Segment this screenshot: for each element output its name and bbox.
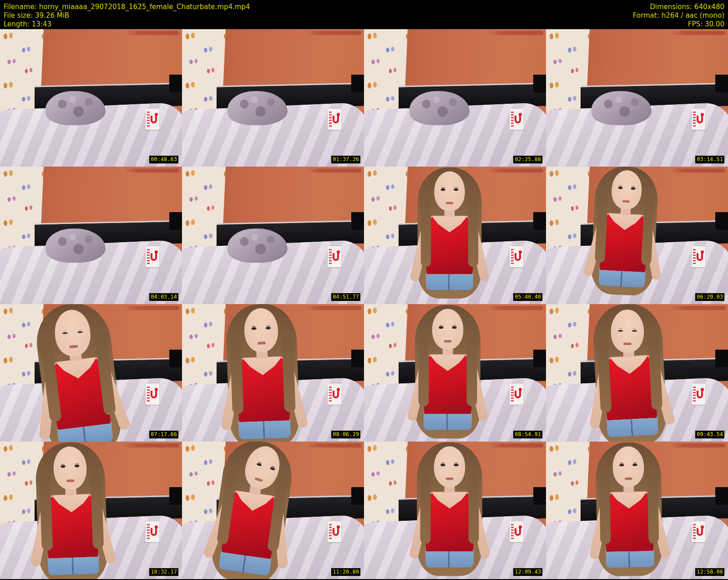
face [432, 309, 464, 349]
tv-corner [533, 212, 546, 230]
toy-sign-card [692, 521, 705, 542]
red-u-logo-icon [151, 116, 157, 123]
red-u-logo-icon [333, 116, 339, 123]
timestamp-badge: 02:25.88 [513, 156, 542, 163]
person-figure [583, 442, 675, 579]
lips [446, 478, 454, 480]
sign-side-text [329, 524, 332, 539]
toy-sign-card [146, 246, 159, 267]
lips [254, 477, 263, 482]
video-frame-thumbnail: 06:29.03 [546, 167, 728, 304]
video-frame-thumbnail: 08:06.29 [182, 304, 364, 442]
tv-corner [169, 75, 182, 92]
tv-corner [351, 212, 364, 230]
left-eye [441, 188, 445, 191]
filesize-value: 39.26 MiB [35, 11, 69, 20]
person-figure [193, 442, 309, 579]
lips [625, 478, 632, 480]
sign-side-text [147, 524, 150, 539]
left-eye [618, 330, 623, 331]
hair-strand-left [419, 334, 429, 406]
right-eye [632, 330, 637, 331]
toy-sign-card [692, 384, 705, 405]
tv-corner [169, 212, 182, 230]
person-figure [405, 168, 494, 304]
timestamp-badge: 10:32.17 [149, 568, 178, 576]
lips [446, 202, 453, 204]
watermark-smudge [489, 306, 543, 310]
right-eye [631, 187, 635, 190]
hair-strand-right [467, 334, 477, 406]
right-eye [454, 188, 458, 191]
sign-side-text [693, 112, 696, 127]
red-u-logo-icon [515, 528, 521, 536]
sign-side-text [693, 524, 696, 539]
tv-corner [715, 212, 728, 230]
video-frame-thumbnail: 00:48.63 [0, 29, 182, 167]
face [611, 310, 644, 353]
person-figure [212, 304, 314, 442]
timestamp-badge: 08:54.91 [513, 431, 542, 438]
fps-label: FPS: [688, 20, 703, 28]
sign-side-text [147, 249, 150, 265]
video-frame-thumbnail: 12:58.06 [546, 442, 728, 579]
timestamp-badge: 09:43.54 [695, 431, 724, 438]
watermark-smudge [671, 168, 725, 173]
watermark-smudge [307, 306, 361, 310]
red-u-logo-icon [333, 391, 339, 398]
sign-side-text [693, 249, 696, 265]
right-eye [454, 464, 458, 466]
video-frame-thumbnail: 10:32.17 [0, 442, 182, 579]
watermark-smudge [125, 306, 179, 310]
toy-sign-card [328, 109, 341, 130]
left-eye [439, 326, 443, 329]
left-eye [257, 463, 262, 466]
video-frame-thumbnail: 05:40.40 [364, 167, 546, 304]
sign-side-text [147, 387, 150, 402]
timestamp-badge: 06:29.03 [695, 293, 724, 301]
timestamp-badge: 00:48.63 [149, 156, 178, 163]
red-u-logo-icon [697, 528, 703, 536]
tv-corner [715, 75, 728, 92]
left-eye [618, 187, 622, 189]
lips [622, 200, 630, 203]
hair-strand-right [647, 471, 659, 543]
right-eye [632, 463, 637, 466]
person-figure [577, 167, 671, 304]
tv-corner [169, 350, 182, 367]
tv-corner [715, 350, 728, 367]
dimensions-value: 640x480 [694, 3, 724, 11]
right-eye [270, 467, 275, 470]
tv-corner [533, 487, 546, 505]
toy-sign-card [328, 384, 341, 405]
red-u-logo-icon [515, 391, 521, 398]
lips [623, 343, 632, 346]
video-frame-thumbnail: 11:20.80 [182, 442, 364, 579]
tv-corner [351, 487, 364, 505]
media-info: Dimensions:640x480 Format:h264 / aac (mo… [633, 3, 724, 29]
right-eye [77, 331, 83, 333]
filesize-line: File size:39.26 MiB [4, 11, 250, 20]
red-u-logo-icon [333, 253, 339, 261]
toy-sign-card [510, 521, 523, 542]
timestamp-badge: 07:17.66 [149, 431, 178, 438]
dimensions-line: Dimensions:640x480 [633, 3, 724, 11]
watermark-smudge [489, 443, 543, 448]
hair-strand-left [599, 472, 611, 544]
sign-side-text [329, 249, 332, 265]
sign-side-text [511, 524, 514, 539]
dimensions-label: Dimensions: [650, 3, 692, 11]
watermark-smudge [489, 168, 543, 173]
video-frame-thumbnail: 09:43.54 [546, 304, 728, 442]
timestamp-badge: 01:37.26 [331, 156, 360, 163]
watermark-smudge [125, 168, 179, 173]
face [434, 171, 465, 211]
watermark-smudge [125, 31, 179, 35]
filename-line: Filename:horny_miaaaa_29072018_1625_fema… [4, 3, 250, 11]
video-frame-thumbnail: 04:51.77 [182, 167, 364, 304]
toy-sign-card [510, 246, 523, 267]
sign-side-text [329, 387, 332, 402]
file-info: Filename:horny_miaaaa_29072018_1625_fema… [4, 3, 250, 29]
red-u-logo-icon [151, 391, 157, 398]
header: Filename:horny_miaaaa_29072018_1625_fema… [0, 0, 728, 29]
